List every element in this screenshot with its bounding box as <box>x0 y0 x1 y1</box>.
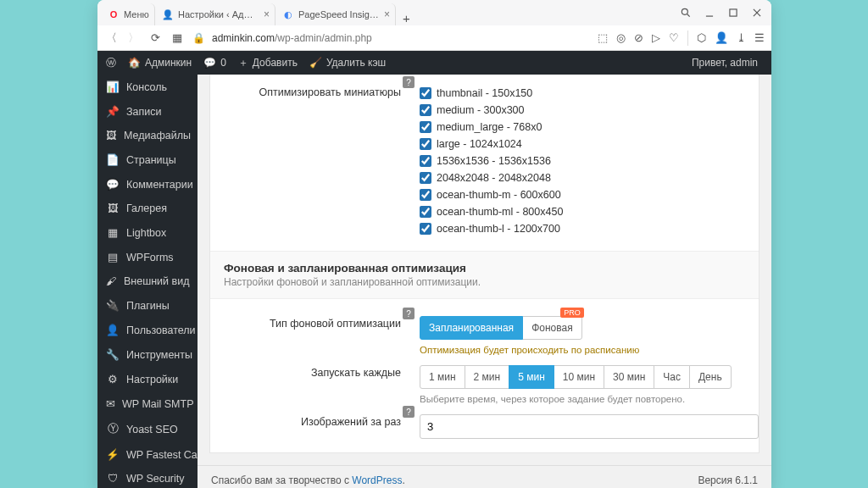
bg-type-option-1[interactable]: Фоновая <box>522 316 582 340</box>
footer-thanks-prefix: Спасибо вам за творчество с <box>211 474 352 486</box>
sidebar-item-6[interactable]: 🖼Галерея <box>97 197 198 220</box>
new-tab-button[interactable]: + <box>396 11 417 25</box>
sidebar-item-17[interactable]: ⓎYoast SEO <box>97 416 198 442</box>
tab-1-close-icon[interactable]: × <box>384 8 390 20</box>
thumbnail-checkbox-input[interactable] <box>420 87 431 99</box>
thumbnail-checkbox-3[interactable]: large - 1024x1024 <box>420 136 759 152</box>
thumbnail-checkbox-input[interactable] <box>420 121 431 133</box>
thumbnail-checkbox-label: medium - 300x300 <box>437 104 525 116</box>
thumbnails-label: Оптимизировать миниатюры ? <box>210 85 409 237</box>
thumbnail-checkbox-7[interactable]: ocean-thumb-ml - 800x450 <box>420 203 759 220</box>
speed-dial-icon[interactable]: ▦ <box>170 31 184 45</box>
thumbnail-checkbox-6[interactable]: ocean-thumb-m - 600x600 <box>420 186 759 203</box>
sidebar-item-13[interactable]: 🔧Инструменты <box>97 342 198 367</box>
wp-add-new-link[interactable]: ＋ Добавить <box>238 56 298 70</box>
footer-wordpress-link[interactable]: WordPress <box>352 474 402 486</box>
sidebar-item-8[interactable]: ▤WPForms <box>97 245 198 269</box>
thumbnail-checkbox-2[interactable]: medium_large - 768x0 <box>420 119 759 136</box>
profile-icon[interactable]: 👤 <box>715 31 728 44</box>
interval-option-1[interactable]: 2 мин <box>465 365 510 389</box>
sidebar-item-2[interactable]: 📌Записи <box>97 99 198 124</box>
sidebar-item-7[interactable]: ▦Lightbox <box>97 220 198 245</box>
search-icon[interactable] <box>680 7 692 19</box>
tab-1[interactable]: ◐ PageSpeed Insights × <box>275 3 396 25</box>
adblock-icon[interactable]: ⊘ <box>634 31 643 44</box>
opera-menu-label: Меню <box>124 9 149 19</box>
sidebar-item-4[interactable]: 📄Страницы <box>97 147 198 172</box>
bg-section-title: Фоновая и запланированная оптимизация <box>224 262 745 274</box>
help-icon[interactable]: ? <box>403 308 415 319</box>
thumbnail-checkbox-1[interactable]: medium - 300x300 <box>420 102 759 119</box>
sidebar-item-5[interactable]: 💬Комментарии <box>97 172 198 197</box>
url-field[interactable]: 🔒 adminkin.com/wp-admin/admin.php <box>192 32 589 44</box>
sidebar-item-0[interactable]: 📊Консоль <box>97 75 198 99</box>
wp-footer: Спасибо вам за творчество с WordPress. В… <box>198 465 771 488</box>
interval-option-6[interactable]: День <box>689 365 732 389</box>
thumbnail-checkbox-5[interactable]: 2048x2048 - 2048x2048 <box>420 169 759 186</box>
sidebar-item-19[interactable]: 🛡WP Security <box>97 467 198 488</box>
tab-0-close-icon[interactable]: × <box>264 8 270 20</box>
nav-forward-icon[interactable]: 〉 <box>126 31 140 45</box>
thumbnail-checkbox-input[interactable] <box>420 189 431 201</box>
thumbnail-checkbox-input[interactable] <box>420 223 431 235</box>
sidebar-item-label: Настройки <box>126 374 178 385</box>
thumbnail-checkbox-label: 1536x1536 - 1536x1536 <box>437 155 551 167</box>
bg-section-subtitle: Настройки фоновой и запланированной опти… <box>224 276 745 288</box>
thumbnail-checkbox-0[interactable]: thumbnail - 150x150 <box>420 85 759 102</box>
toolbar-icons: ⬚ ◎ ⊘ ▷ ♡ ⬡ 👤 ⤓ ☰ <box>598 30 765 46</box>
sidebar-item-label: Страницы <box>126 154 176 166</box>
window-minimize-icon[interactable] <box>704 7 715 19</box>
window-maximize-icon[interactable] <box>727 7 739 19</box>
thumbnail-checkbox-input[interactable] <box>420 138 431 150</box>
sidebar-item-icon: 🔌 <box>106 299 120 312</box>
easy-setup-icon[interactable]: ☰ <box>754 31 765 44</box>
footer-version: Версия 6.1.1 <box>698 474 758 486</box>
thumbnail-checkbox-input[interactable] <box>420 206 431 218</box>
reload-icon[interactable]: ⟳ <box>148 31 162 45</box>
sidebar-item-15[interactable]: ✉WP Mail SMTP <box>97 391 198 416</box>
camera-icon[interactable]: ◎ <box>616 31 626 44</box>
interval-toggle: 1 мин2 мин5 мин10 мин30 минЧасДень <box>420 365 759 389</box>
sidebar-item-11[interactable]: 🔌Плагины <box>97 293 198 318</box>
thumbnail-checkbox-4[interactable]: 1536x1536 - 1536x1536 <box>420 152 759 169</box>
help-icon[interactable]: ? <box>403 76 415 88</box>
opera-menu-button[interactable]: O Меню <box>101 3 155 25</box>
interval-option-2[interactable]: 5 мин <box>509 365 554 389</box>
extensions-icon[interactable]: ⬡ <box>697 31 706 44</box>
wp-greeting[interactable]: Привет, admin <box>692 57 763 69</box>
interval-option-0[interactable]: 1 мин <box>420 365 465 389</box>
wp-site-name: Админкин <box>145 57 192 69</box>
interval-option-4[interactable]: 30 мин <box>604 365 654 389</box>
sidebar-item-14[interactable]: ⚙Настройки <box>97 367 198 391</box>
sidebar-item-3[interactable]: 🖼Медиафайлы <box>97 124 198 147</box>
wp-site-link[interactable]: 🏠 Админкин <box>128 57 192 69</box>
sidebar-item-label: WP Security <box>126 473 185 485</box>
nav-back-icon[interactable]: 〈 <box>104 31 118 45</box>
download-icon[interactable]: ⤓ <box>737 31 746 44</box>
sidebar-item-12[interactable]: 👤Пользователи <box>97 318 198 342</box>
batch-input[interactable] <box>420 414 759 439</box>
player-icon[interactable]: ▷ <box>652 31 660 44</box>
bg-type-option-0[interactable]: Запланированная <box>420 316 523 340</box>
sidebar-item-icon: 📊 <box>106 80 120 93</box>
interval-option-5[interactable]: Час <box>654 365 690 389</box>
sidebar-item-18[interactable]: ⚡WP Fastest Cache <box>97 442 198 467</box>
window-close-icon[interactable] <box>751 7 763 19</box>
sidebar-item-icon: 🖼 <box>106 130 117 141</box>
wp-logo-icon[interactable]: ⓦ <box>106 56 116 70</box>
thumbnail-checkbox-8[interactable]: ocean-thumb-l - 1200x700 <box>420 220 759 237</box>
sidebar-item-label: Инструменты <box>126 349 192 361</box>
sidebar-item-10[interactable]: 🖌Внешний вид <box>97 269 198 293</box>
wp-clear-cache-label: Удалить кэш <box>326 57 386 69</box>
interval-option-3[interactable]: 10 мин <box>554 365 604 389</box>
bookmark-icon[interactable]: ♡ <box>669 31 679 44</box>
wp-clear-cache-link[interactable]: 🧹 Удалить кэш <box>309 57 386 69</box>
help-icon[interactable]: ? <box>403 406 415 418</box>
wp-comments-link[interactable]: 💬 0 <box>203 57 226 69</box>
thumbnail-checkbox-input[interactable] <box>420 172 431 184</box>
tab-0[interactable]: 👤 Настройки ‹ Админкин — × <box>155 3 275 25</box>
snapshot-icon[interactable]: ⬚ <box>598 31 608 44</box>
thumbnail-checkbox-input[interactable] <box>420 104 431 116</box>
sidebar-item-icon: ⚡ <box>106 448 120 461</box>
thumbnail-checkbox-input[interactable] <box>420 155 431 167</box>
